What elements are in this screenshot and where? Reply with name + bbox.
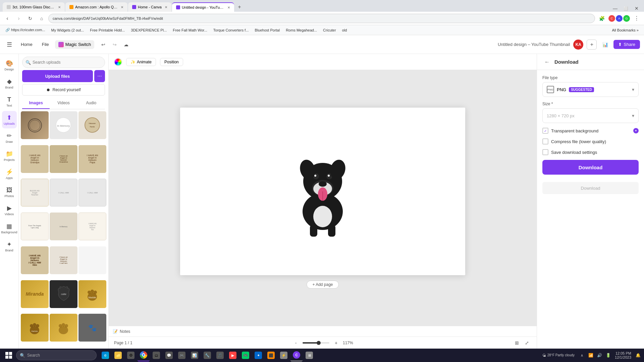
back-nav-button[interactable]: ‹ xyxy=(3,14,12,23)
zoom-in-button[interactable]: + xyxy=(332,339,340,347)
search-input[interactable] xyxy=(22,57,105,68)
tab-3[interactable]: Home - Canva ✕ xyxy=(128,2,171,12)
taskbar-icon-7[interactable]: 🎮 xyxy=(176,349,188,361)
all-bookmarks[interactable]: All Bookmarks » xyxy=(609,27,641,33)
bookmark-printable[interactable]: Free Printable Hidd... xyxy=(87,27,127,33)
plus-button[interactable]: + xyxy=(587,40,597,50)
save-settings-row[interactable]: Save download settings xyxy=(542,149,639,155)
sidebar-item-draw[interactable]: ✏ Draw xyxy=(2,129,17,146)
taskbar-icon-10[interactable]: 🎵 xyxy=(214,349,226,361)
taskbar-icon-edge[interactable]: e xyxy=(99,349,111,361)
list-item[interactable]: Maddie xyxy=(78,280,106,308)
weather-widget[interactable]: 🌤 28°F Partly cloudy xyxy=(540,353,577,357)
tab-audio[interactable]: Audio xyxy=(77,98,105,109)
size-field[interactable]: 1280 × 720 px ▾ xyxy=(542,108,639,123)
taskbar-icon-canva[interactable]: C xyxy=(290,349,303,361)
list-item[interactable] xyxy=(21,111,49,139)
file-nav-item[interactable]: File xyxy=(39,40,52,49)
taskbar-search[interactable]: 🔍 Search xyxy=(16,350,97,360)
close-button[interactable]: ✕ xyxy=(632,5,641,12)
taskbar-icon-explorer[interactable]: 📁 xyxy=(112,349,124,361)
file-type-selector[interactable]: PNG PNG SUGGESTED ▾ xyxy=(542,82,639,97)
list-item[interactable]: I HAVE ANAngel inHeavenTim xyxy=(78,213,106,240)
transparent-bg-row[interactable]: ✓ Transparent background ✦ xyxy=(542,128,639,134)
list-item[interactable]: I HAVE ANAngel inHeavenI CALL HIMHim xyxy=(21,246,49,274)
notification-icon[interactable]: 🔔 xyxy=(635,352,641,359)
taskbar-icon-15[interactable]: ⚡ xyxy=(278,349,290,361)
bookmark-3dexp[interactable]: 3DEXPERIENCE Pl... xyxy=(128,27,169,33)
compress-checkbox[interactable] xyxy=(542,138,548,144)
compress-file-row[interactable]: Compress file (lower quality) xyxy=(542,138,639,144)
sidebar-item-uploads[interactable]: ⬆ Uploads xyxy=(2,111,17,128)
forward-nav-button[interactable]: › xyxy=(14,14,23,23)
tab-2[interactable]: Amazon.com : Apollo Quick-Dr... ✕ xyxy=(65,2,127,12)
animate-button[interactable]: ✨ Animate xyxy=(126,58,156,66)
dog-image[interactable] xyxy=(286,144,360,238)
tab-close[interactable]: ✕ xyxy=(227,6,230,9)
taskbar-icon-13[interactable]: ✦ xyxy=(252,349,264,361)
taskbar-icon-8[interactable]: 📊 xyxy=(189,349,201,361)
tab-videos[interactable]: Videos xyxy=(50,98,77,109)
list-item[interactable]: I CALL HIM xyxy=(78,179,106,206)
bookmark-roms[interactable]: Roms Megahead... xyxy=(283,27,320,33)
list-item[interactable]: I HAVE ANAngel inHeavenGrandpa xyxy=(21,145,49,173)
sidebar-item-projects[interactable]: 📁 Projects xyxy=(2,147,17,165)
canva-menu-icon[interactable]: ☰ xyxy=(4,39,15,50)
list-item[interactable]: Harlots xyxy=(21,314,49,342)
list-item[interactable] xyxy=(50,314,77,342)
taskbar-icon-14[interactable]: ⬛ xyxy=(265,349,277,361)
extensions-button[interactable]: 🧩 xyxy=(597,14,606,23)
minimize-button[interactable]: — xyxy=(610,5,620,12)
bookmark-math[interactable]: Free Fall Math Wor... xyxy=(170,27,210,33)
settings-button[interactable]: ⋮ xyxy=(632,14,641,23)
user-avatar[interactable]: KA xyxy=(573,40,583,50)
list-item[interactable]: HeavenHands xyxy=(78,111,106,139)
sidebar-item-brand[interactable]: ◆ Brand xyxy=(2,75,17,92)
list-item[interactable]: From The AngelsI got a dog xyxy=(21,213,49,240)
bookmark-old[interactable]: old xyxy=(339,27,350,33)
tab-close[interactable]: ✕ xyxy=(58,5,61,9)
redo-button[interactable]: ↪ xyxy=(110,40,120,50)
list-item[interactable]: 🐾 xyxy=(78,314,106,342)
home-nav-button[interactable]: ⌂ xyxy=(37,14,46,23)
list-item[interactable]: In Memory xyxy=(50,111,77,139)
taskbar-icon-9[interactable]: 🔧 xyxy=(201,349,213,361)
zoom-slider[interactable] xyxy=(303,342,329,344)
save-settings-checkbox[interactable] xyxy=(542,149,548,155)
list-item[interactable]: callie xyxy=(50,280,77,308)
time-display[interactable]: 12:05 PM 12/1/2023 xyxy=(613,351,633,359)
list-item[interactable]: I have anAngel inheavenGrandma xyxy=(50,145,77,173)
bookmark-bluehost[interactable]: Bluehost Portal xyxy=(252,27,283,33)
upload-files-button[interactable]: Upload files xyxy=(22,70,93,82)
list-item[interactable]: I have anAngel inHeavenI call him xyxy=(50,246,77,274)
taskbar-icon-17[interactable]: 🖥 xyxy=(303,349,315,361)
address-bar[interactable]: canva.com/design/DAF1wUq00bA/wSzFda0FMIH… xyxy=(48,14,595,23)
home-nav-item[interactable]: Home xyxy=(17,40,36,49)
record-yourself-button[interactable]: ⏺ Record yourself xyxy=(22,84,105,96)
zoom-out-button[interactable]: - xyxy=(292,339,300,347)
sidebar-item-design[interactable]: 🎨 Design xyxy=(2,57,17,74)
sidebar-item-photos[interactable]: 🖼 Photos xyxy=(2,183,17,201)
add-page-button[interactable]: + Add page xyxy=(307,281,338,289)
save-indicator[interactable]: ☁ xyxy=(121,40,131,50)
sidebar-item-apps[interactable]: ⚡ Apps xyxy=(2,165,17,183)
tab-close[interactable]: ✕ xyxy=(165,5,167,9)
bookmark-cricuter[interactable]: 🔗 https://cricuter.com... xyxy=(3,27,48,33)
notes-label[interactable]: Notes xyxy=(120,329,130,334)
tab-1[interactable]: 3ct. 100mm Glass Disc Ornament... ✕ xyxy=(3,2,65,12)
canvas-page[interactable] xyxy=(180,108,465,275)
network-icon[interactable]: 📶 xyxy=(587,352,594,359)
taskbar-icon-11[interactable]: ▶ xyxy=(227,349,239,361)
grid-view-button[interactable]: ⊞ xyxy=(513,339,521,347)
list-item[interactable] xyxy=(78,246,106,274)
start-button[interactable] xyxy=(3,349,15,361)
download-action-button[interactable]: Download xyxy=(542,160,639,175)
analytics-button[interactable]: 📊 xyxy=(600,40,610,50)
fullscreen-button[interactable]: ⤢ xyxy=(523,339,531,347)
sidebar-item-background[interactable]: ▦ Background xyxy=(2,220,17,237)
list-item[interactable]: I CALL HIM xyxy=(50,179,77,206)
transparent-bg-checkbox[interactable]: ✓ xyxy=(542,128,548,134)
battery-icon[interactable]: 🔋 xyxy=(605,352,611,359)
download-panel-back-button[interactable]: ← xyxy=(542,57,552,67)
chevron-up-icon[interactable]: ∧ xyxy=(579,352,585,359)
